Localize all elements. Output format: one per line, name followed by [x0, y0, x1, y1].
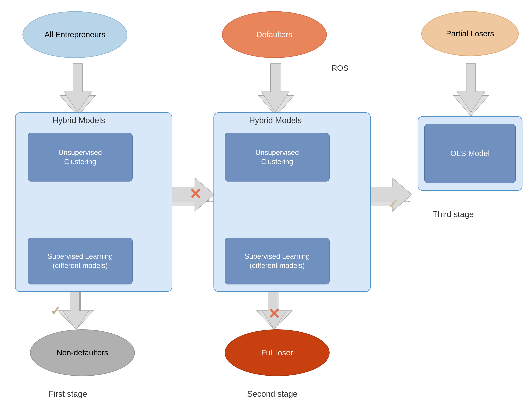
x-mark-1: ✕: [189, 185, 202, 203]
full-loser-ellipse: Full loser: [225, 329, 329, 376]
supervised-box-1: Supervised Learning(different models): [28, 238, 133, 285]
full-loser-label: Full loser: [261, 348, 293, 357]
ols-label: OLS Model: [450, 149, 490, 158]
unsupervised-box-2: UnsupervisedClustering: [225, 133, 329, 182]
all-entrepreneurs-ellipse: All Entrepreneurs: [23, 11, 127, 58]
defaulters-label: Defaulters: [256, 30, 292, 39]
svg-marker-2: [73, 64, 82, 95]
partial-losers-ellipse: Partial Losers: [421, 11, 519, 56]
ols-box: OLS Model: [418, 116, 522, 191]
non-defaulters-ellipse: Non-defaulters: [30, 329, 135, 376]
unsupervised-box-1: UnsupervisedClustering: [28, 133, 133, 182]
second-stage-label: Second stage: [247, 389, 298, 399]
supervised-box-2: Supervised Learning(different models): [225, 238, 329, 285]
first-stage-label: First stage: [49, 389, 87, 399]
svg-marker-18: [466, 64, 476, 95]
unsupervised-label-1: UnsupervisedClustering: [58, 148, 102, 167]
defaulters-ellipse: Defaulters: [222, 11, 327, 58]
unsupervised-label-2: UnsupervisedClustering: [255, 148, 299, 167]
check-mark-2: ✓: [388, 196, 399, 212]
svg-marker-7: [58, 311, 94, 329]
svg-marker-19: [453, 95, 489, 116]
check-mark-1: ✓: [50, 303, 61, 318]
x-mark-2: ✕: [268, 305, 280, 322]
supervised-label-1: Supervised Learning(different models): [48, 252, 113, 270]
ols-inner-box: OLS Model: [424, 124, 516, 183]
hybrid-label-1: Hybrid Models: [53, 116, 105, 125]
diagram-container: All Entrepreneurs Hybrid Models Unsuperv…: [0, 0, 532, 419]
partial-losers-label: Partial Losers: [446, 29, 494, 38]
third-stage-label: Third stage: [433, 210, 474, 219]
all-entrepreneurs-label: All Entrepreneurs: [45, 30, 105, 39]
svg-marker-8: [272, 64, 281, 95]
supervised-label-2: Supervised Learning(different models): [245, 252, 310, 270]
non-defaulters-label: Non-defaulters: [56, 348, 108, 357]
hybrid-label-2: Hybrid Models: [249, 116, 302, 125]
ros-label: ROS: [331, 64, 348, 73]
